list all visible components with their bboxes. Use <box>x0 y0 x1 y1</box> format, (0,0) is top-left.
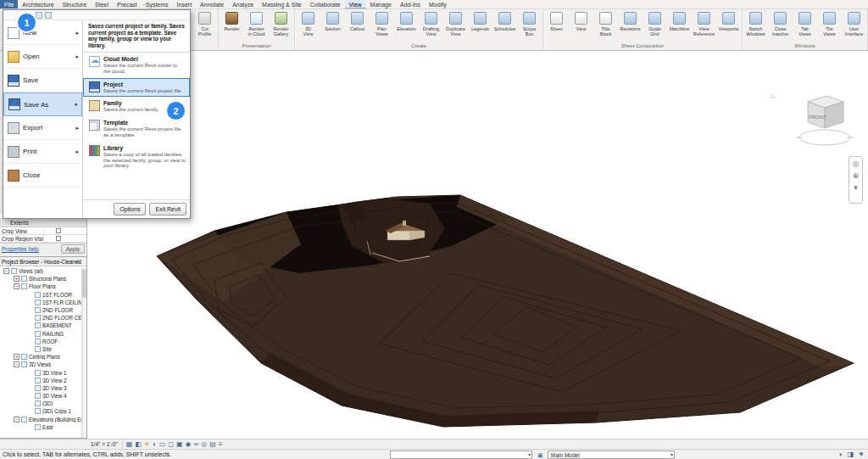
render-button[interactable]: Render <box>220 9 244 42</box>
revisions-button[interactable]: Revisions <box>618 9 643 42</box>
tree-item[interactable]: RAILING <box>0 330 81 338</box>
close-icon[interactable] <box>76 257 80 266</box>
duplicate-view-button[interactable]: Duplicate View <box>443 9 468 42</box>
menu-item-open[interactable]: Open ▸ <box>3 45 82 69</box>
reveal-hidden-icon[interactable]: ◎ <box>201 439 207 450</box>
guide-grid-button[interactable]: Guide Grid <box>643 9 667 42</box>
sun-path-icon[interactable]: ☀ <box>144 439 150 450</box>
tree-toggle-icon[interactable] <box>3 268 9 274</box>
tree-item[interactable]: {3D} Copy 1 <box>0 407 81 415</box>
section-button[interactable]: Section <box>320 9 345 42</box>
tree-item[interactable]: 1ST FLR CEILING <box>0 299 81 306</box>
switch-windows-button[interactable]: Switch Windows <box>743 9 768 42</box>
detail-level-icon[interactable]: ▦ <box>126 439 133 450</box>
tab-add-ins[interactable]: Add-Ins <box>396 0 425 8</box>
menu-item-print[interactable]: Print ▸ <box>3 140 82 164</box>
tab-massing-site[interactable]: Massing & Site <box>258 0 306 8</box>
tab-file[interactable]: File <box>0 0 18 8</box>
menu-item-new[interactable]: New ▸ <box>3 21 82 45</box>
sheet-button[interactable]: Sheet <box>544 9 569 42</box>
tree-item[interactable]: Elevations (Building Eleva <box>0 416 81 423</box>
visual-style-icon[interactable]: ◧ <box>135 439 142 450</box>
title-block-button[interactable]: Title Block <box>593 9 618 42</box>
tree-item[interactable]: 3D Views <box>0 361 81 368</box>
tab-analyze[interactable]: Analyze <box>228 0 258 8</box>
zoom-icon[interactable]: ⊕ <box>853 171 860 180</box>
crop-region-checkbox[interactable] <box>56 236 61 241</box>
hide-isolate-icon[interactable]: ∞ <box>194 439 199 450</box>
tree-toggle-icon[interactable] <box>14 283 19 289</box>
tab-insert[interactable]: Insert <box>173 0 197 8</box>
tree-item[interactable]: East <box>0 423 81 431</box>
temporary-view-properties-icon[interactable]: ▤ <box>209 439 216 450</box>
design-options-select[interactable]: Main Model <box>548 451 675 459</box>
tree-item[interactable]: Ceiling Plans <box>0 353 81 361</box>
tree-item[interactable]: Site <box>0 345 81 353</box>
elevation-button[interactable]: Elevation <box>394 9 419 42</box>
tab-views-button[interactable]: Tab Views <box>793 9 817 42</box>
save-option-template[interactable]: Template Saves the current Revit project… <box>83 116 190 142</box>
schedules-button[interactable]: Schedules <box>492 9 517 42</box>
menu-item-close[interactable]: Close <box>3 164 82 188</box>
matchline-button[interactable]: Matchline <box>667 9 692 42</box>
save-option-cloud-model[interactable]: Cloud Model Saves the current Revit mode… <box>83 53 190 78</box>
close-inactive-button[interactable]: Close Inactive <box>768 9 793 42</box>
project-browser-title[interactable]: Project Browser - House-Cleaned <box>0 257 86 266</box>
tree-toggle-icon[interactable] <box>14 417 19 423</box>
properties-help-link[interactable]: Properties help <box>2 246 39 252</box>
tab-modify[interactable]: Modify <box>425 0 451 8</box>
viewports-button[interactable]: Viewports <box>716 9 741 42</box>
plan-views-button[interactable]: Plan Views <box>370 9 394 42</box>
tree-toggle-icon[interactable] <box>14 361 19 367</box>
terrain-topography[interactable] <box>87 51 868 439</box>
tree-item[interactable]: BASEMENT <box>0 322 81 329</box>
tree-item[interactable]: Floor Plans <box>0 283 81 290</box>
home-icon[interactable]: ⌂ <box>771 92 775 100</box>
viewcube[interactable]: FRONT <box>782 87 859 154</box>
tile-views-button[interactable]: Tile Views <box>817 9 842 42</box>
menu-item-save[interactable]: Save <box>3 69 82 92</box>
tab-steel[interactable]: Steel <box>91 0 113 8</box>
callout-button[interactable]: Callout <box>345 9 370 42</box>
tab-architecture[interactable]: Architecture <box>18 0 58 8</box>
view-button[interactable]: View <box>569 9 593 42</box>
filter-icon[interactable]: ▼ <box>858 450 865 459</box>
shadows-icon[interactable]: ◐ <box>153 439 157 450</box>
tree-item[interactable]: 2ND FLOOR <box>0 306 81 314</box>
tree-toggle-icon[interactable] <box>14 354 19 360</box>
crop-view-icon[interactable]: ◻ <box>168 439 174 450</box>
crop-region-icon[interactable]: ▣ <box>176 439 183 450</box>
tree-item[interactable]: {3D} <box>0 400 81 407</box>
exit-revit-button[interactable]: Exit Revit <box>149 203 186 216</box>
properties-group-extents[interactable]: Extents <box>0 219 86 227</box>
tree-item[interactable]: 1ST FLOOR <box>0 291 81 299</box>
scope-box-button[interactable]: Scope Box <box>517 9 542 42</box>
worksharing-display-icon[interactable]: ◐ <box>839 450 843 459</box>
view-scale-button[interactable]: 1/4" = 1'-0" <box>87 439 123 450</box>
tab-manage[interactable]: Manage <box>366 0 396 8</box>
tree-item[interactable]: 3D View 4 <box>0 392 81 400</box>
recent-documents-icon[interactable] <box>36 12 42 19</box>
editable-only-icon[interactable]: ◨ <box>848 450 854 459</box>
tree-item[interactable]: Structural Plans <box>0 275 81 283</box>
apply-button[interactable]: Apply <box>61 244 85 254</box>
rendering-dialog-icon[interactable]: ▭ <box>159 439 166 450</box>
tree-item[interactable]: 3D View 1 <box>0 368 81 376</box>
save-option-project[interactable]: Project Saves the current Revit project … <box>83 78 190 98</box>
render-gallery-button[interactable]: Render Gallery <box>269 9 293 42</box>
unlocked-view-icon[interactable]: ◉ <box>186 439 192 450</box>
menu-item-export[interactable]: Export ▸ <box>3 116 82 140</box>
render-in-cloud-button[interactable]: Render in Cloud <box>244 9 269 42</box>
3d-view-button[interactable]: 3D View <box>296 9 320 42</box>
navigation-wheel-icon[interactable]: ◎ <box>853 160 860 168</box>
active-workset-select[interactable] <box>390 451 532 459</box>
browser-scrollbar[interactable] <box>81 267 86 438</box>
user-interface-button[interactable]: User Interface <box>842 9 866 42</box>
view-reference-button[interactable]: View Reference <box>692 9 716 42</box>
constraints-icon[interactable]: ≡ <box>219 439 223 450</box>
navbar-expand-icon[interactable]: ▾ <box>854 183 858 192</box>
tab-systems[interactable]: Systems <box>142 0 173 8</box>
tree-item[interactable]: 3D View 2 <box>0 377 81 384</box>
drawing-area-3d-view[interactable]: ⌂ FRONT ◎ ⊕ ▾ <box>87 51 868 439</box>
open-documents-icon[interactable] <box>45 12 52 19</box>
